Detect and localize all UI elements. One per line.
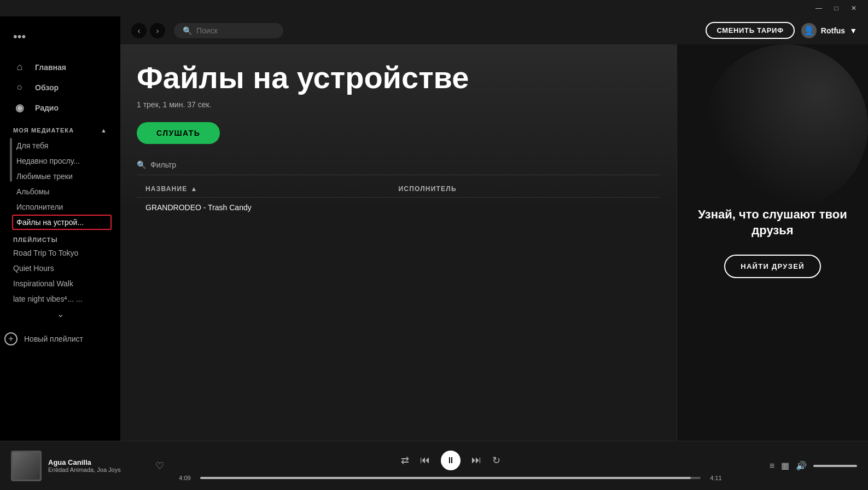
user-menu[interactable]: 👤 Rotfus ▼ bbox=[801, 23, 857, 38]
search-icon: 🔍 bbox=[183, 26, 192, 35]
titlebar: — □ ✕ bbox=[0, 0, 868, 16]
next-button[interactable]: ⏭ bbox=[471, 454, 481, 466]
playlist-item-late-night[interactable]: late night vibes⁴... ... bbox=[9, 291, 112, 307]
sidebar-nav: ⌂Главная○Обзор◉Радио bbox=[9, 57, 112, 118]
progress-track[interactable] bbox=[200, 477, 701, 479]
playlist-item-quiet-hours[interactable]: Quiet Hours bbox=[9, 261, 112, 276]
sidebar: ••• ⌂Главная○Обзор◉Радио МОЯ МЕДИАТЕКА ▲… bbox=[0, 16, 120, 441]
prev-button[interactable]: ⏮ bbox=[420, 454, 430, 466]
track-title: GRANDRODEO - Trash Candy bbox=[145, 203, 399, 212]
page-title: Файлы на устройстве bbox=[137, 61, 660, 95]
back-button[interactable]: ‹ bbox=[131, 23, 147, 38]
player-album-art bbox=[11, 451, 42, 481]
forward-button[interactable]: › bbox=[150, 23, 165, 38]
right-panel-bg bbox=[704, 44, 868, 209]
col-title-header[interactable]: НАЗВАНИЕ ▲ bbox=[145, 185, 399, 193]
search-bar[interactable]: 🔍 bbox=[174, 23, 283, 38]
upgrade-button[interactable]: СМЕНИТЬ ТАРИФ bbox=[706, 22, 794, 39]
filter-bar: 🔍 Фильтр bbox=[137, 160, 660, 175]
player-bar: Agua Canilla Entidad Animada, Joa Joys ♡… bbox=[0, 441, 868, 490]
new-playlist-item[interactable]: + Новый плейлист bbox=[0, 327, 120, 351]
player-track-info: Agua Canilla Entidad Animada, Joa Joys ♡ bbox=[11, 451, 164, 481]
my-library-label: МОЯ МЕДИАТЕКА bbox=[13, 127, 74, 134]
browse-nav-icon: ○ bbox=[13, 82, 26, 93]
player-progress: 4:09 4:11 bbox=[175, 475, 726, 481]
player-right: ≡ ▦ 🔊 bbox=[737, 460, 857, 471]
sidebar-item-browse[interactable]: ○Обзор bbox=[9, 77, 112, 97]
home-nav-icon: ⌂ bbox=[13, 61, 26, 73]
scroll-down-indicator[interactable]: ⌄ bbox=[9, 307, 112, 321]
player-track-details: Agua Canilla Entidad Animada, Joa Joys bbox=[48, 458, 144, 473]
sidebar-library-list: Для тебяНедавно прослу...Любимые трекиАл… bbox=[12, 138, 112, 230]
sort-asc-icon: ▲ bbox=[190, 185, 197, 193]
repeat-button[interactable]: ↻ bbox=[492, 454, 500, 466]
devices-button[interactable]: ▦ bbox=[781, 460, 789, 471]
queue-button[interactable]: ≡ bbox=[770, 461, 774, 471]
volume-slider[interactable] bbox=[813, 465, 857, 467]
radio-nav-icon: ◉ bbox=[13, 102, 26, 114]
sidebar-item-recent[interactable]: Недавно прослу... bbox=[12, 153, 112, 169]
main-content: ‹ › 🔍 СМЕНИТЬ ТАРИФ 👤 Rotfus ▼ bbox=[120, 16, 868, 441]
user-dropdown-icon: ▼ bbox=[849, 26, 857, 35]
page-main: Файлы на устройстве 1 трек, 1 мин. 37 се… bbox=[120, 44, 677, 441]
player-controls: ⇄ ⏮ ⏸ ⏭ ↻ bbox=[401, 451, 500, 470]
new-playlist-label: Новый плейлист bbox=[24, 335, 83, 343]
content-area: Файлы на устройстве 1 трек, 1 мин. 37 се… bbox=[120, 44, 868, 441]
new-playlist-icon: + bbox=[4, 332, 18, 345]
player-center: ⇄ ⏮ ⏸ ⏭ ↻ 4:09 4:11 bbox=[175, 451, 726, 481]
sidebar-section-library: МОЯ МЕДИАТЕКА ▲ bbox=[9, 118, 112, 138]
right-panel-text: Узнай, что слушают твои друзья bbox=[688, 207, 857, 238]
sidebar-item-label: Радио bbox=[35, 103, 59, 112]
volume-button[interactable]: 🔊 bbox=[796, 460, 807, 471]
sidebar-item-liked[interactable]: Любимые треки bbox=[12, 169, 112, 184]
play-button[interactable]: СЛУШАТЬ bbox=[137, 122, 220, 144]
filter-input-wrapper[interactable]: 🔍 Фильтр bbox=[137, 160, 176, 169]
maximize-button[interactable]: □ bbox=[828, 0, 845, 16]
track-table: НАЗВАНИЕ ▲ ИСПОЛНИТЕЛЬ GRANDRODEO - Tras… bbox=[137, 181, 660, 217]
table-row[interactable]: GRANDRODEO - Trash Candy bbox=[137, 198, 660, 217]
track-list: GRANDRODEO - Trash Candy bbox=[137, 198, 660, 217]
sidebar-item-label: Главная bbox=[35, 63, 66, 72]
user-icon: 👤 bbox=[803, 25, 814, 36]
sidebar-item-home[interactable]: ⌂Главная bbox=[9, 57, 112, 77]
topbar: ‹ › 🔍 СМЕНИТЬ ТАРИФ 👤 Rotfus ▼ bbox=[120, 16, 868, 44]
user-avatar: 👤 bbox=[801, 23, 817, 38]
right-panel: Узнай, что слушают твои друзья НАЙТИ ДРУ… bbox=[677, 44, 868, 441]
sidebar-item-albums[interactable]: Альбомы bbox=[12, 184, 112, 199]
nav-arrows: ‹ › bbox=[131, 23, 165, 38]
playlist-item-road-trip[interactable]: Road Trip To Tokyo bbox=[9, 245, 112, 261]
page-subtitle: 1 трек, 1 мин. 37 сек. bbox=[137, 100, 660, 109]
player-like-button[interactable]: ♡ bbox=[155, 460, 164, 472]
player-artist-name: Entidad Animada, Joa Joys bbox=[48, 466, 144, 473]
app-body: ••• ⌂Главная○Обзор◉Радио МОЯ МЕДИАТЕКА ▲… bbox=[0, 16, 868, 441]
sidebar-logo: ••• bbox=[9, 27, 112, 46]
search-input[interactable] bbox=[196, 26, 273, 35]
player-track-name: Agua Canilla bbox=[48, 458, 144, 466]
user-name: Rotfus bbox=[821, 26, 845, 35]
sidebar-top: ••• ⌂Главная○Обзор◉Радио МОЯ МЕДИАТЕКА ▲… bbox=[0, 16, 120, 327]
playlists-section-label: ПЛЕЙЛИСТЫ bbox=[9, 230, 112, 245]
time-total: 4:11 bbox=[706, 475, 726, 481]
filter-search-icon: 🔍 bbox=[137, 160, 146, 169]
more-icon[interactable]: ••• bbox=[13, 30, 26, 44]
sidebar-item-label: Обзор bbox=[35, 83, 59, 92]
col-artist-header: ИСПОЛНИТЕЛЬ bbox=[399, 185, 652, 193]
library-collapse-icon[interactable]: ▲ bbox=[101, 127, 107, 134]
sidebar-item-radio[interactable]: ◉Радио bbox=[9, 97, 112, 118]
time-current: 4:09 bbox=[175, 475, 195, 481]
topbar-right: СМЕНИТЬ ТАРИФ 👤 Rotfus ▼ bbox=[706, 22, 857, 39]
chevron-down-icon: ⌄ bbox=[57, 309, 64, 319]
close-button[interactable]: ✕ bbox=[845, 0, 863, 16]
sidebar-playlists: Road Trip To TokyoQuiet HoursInspiration… bbox=[9, 245, 112, 307]
shuffle-button[interactable]: ⇄ bbox=[401, 454, 409, 466]
find-friends-button[interactable]: НАЙТИ ДРУЗЕЙ bbox=[724, 255, 821, 278]
track-table-header: НАЗВАНИЕ ▲ ИСПОЛНИТЕЛЬ bbox=[137, 181, 660, 198]
progress-fill bbox=[200, 477, 691, 479]
sidebar-item-for-you[interactable]: Для тебя bbox=[12, 138, 112, 153]
minimize-button[interactable]: — bbox=[810, 0, 828, 16]
sidebar-item-device-files[interactable]: Файлы на устрой... bbox=[12, 215, 112, 230]
sidebar-item-artists[interactable]: Исполнители bbox=[12, 199, 112, 215]
filter-placeholder: Фильтр bbox=[150, 160, 176, 169]
pause-button[interactable]: ⏸ bbox=[441, 451, 461, 470]
playlist-item-inspirational[interactable]: Inspirational Walk bbox=[9, 276, 112, 291]
